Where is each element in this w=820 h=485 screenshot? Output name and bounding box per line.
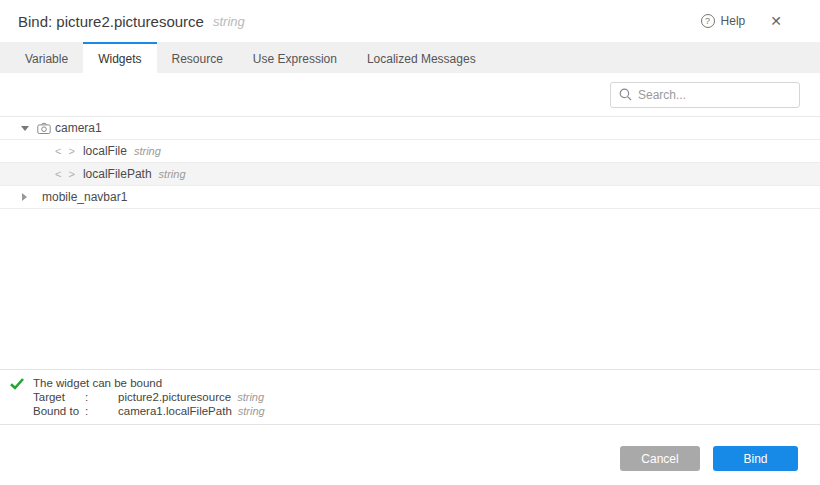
search-box[interactable] [610,82,800,108]
status-message: The widget can be bound [33,376,265,390]
status-target-row: Target : picture2.picturesourcestring [33,390,265,404]
tab-widgets[interactable]: Widgets [83,42,156,73]
tree-node-type: string [134,145,161,157]
code-icon: < > [55,168,77,180]
check-icon [10,378,24,390]
bind-dialog: Bind: picture2.picturesource string ? He… [0,0,820,485]
chevron-right-icon[interactable] [20,193,29,201]
tree-node-label: mobile_navbar1 [42,190,127,204]
camera-icon [37,122,51,135]
search-input[interactable] [638,88,791,102]
dialog-title: Bind: picture2.picturesource [18,13,204,30]
code-icon: < > [55,145,77,157]
status-value: camera1.localFilePath [118,405,232,417]
status-separator: : [85,404,118,418]
tree-row-mobile-navbar1[interactable]: mobile_navbar1 [0,186,820,209]
tab-bar: Variable Widgets Resource Use Expression… [0,42,820,73]
status-label: Bound to [33,404,85,418]
titlebar: Bind: picture2.picturesource string ? He… [0,0,820,42]
empty-area [0,209,820,369]
tree-row-camera1[interactable]: camera1 [0,117,820,140]
tree-node-label: camera1 [55,121,102,135]
footer: Cancel Bind [0,425,820,485]
tree-node-label: localFile [83,144,127,158]
status-separator: : [85,390,118,404]
tree-row-localfilepath[interactable]: < > localFilePath string [0,163,820,186]
search-row [0,73,820,117]
tab-variable[interactable]: Variable [10,42,83,73]
tree-node-type: string [159,168,186,180]
help-icon: ? [701,14,715,28]
tab-localized-messages[interactable]: Localized Messages [352,42,491,73]
status-label: Target [33,390,85,404]
status-value: picture2.picturesource [118,391,231,403]
tab-use-expression[interactable]: Use Expression [238,42,352,73]
status-boundto-row: Bound to : camera1.localFilePathstring [33,404,265,418]
search-icon [619,88,632,101]
close-icon[interactable]: ✕ [770,14,782,28]
tree-row-localfile[interactable]: < > localFile string [0,140,820,163]
help-button[interactable]: ? Help [701,14,746,28]
help-label: Help [721,14,746,28]
cancel-button[interactable]: Cancel [620,446,700,471]
status-value-type: string [237,391,264,403]
status-value-type: string [238,405,265,417]
status-panel: The widget can be bound Target : picture… [0,369,820,425]
bind-button[interactable]: Bind [713,446,798,471]
widget-tree: camera1 < > localFile string < > localFi… [0,117,820,209]
chevron-down-icon[interactable] [20,126,29,131]
tree-node-label: localFilePath [83,167,152,181]
dialog-title-type: string [213,14,245,29]
tab-resource[interactable]: Resource [157,42,238,73]
